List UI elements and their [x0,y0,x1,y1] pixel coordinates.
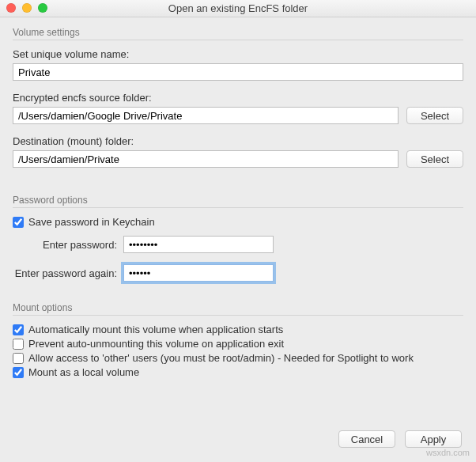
source-folder-input[interactable] [13,107,399,124]
enter-password-again-input[interactable] [123,264,274,282]
dialog-footer: Cancel Apply [338,430,462,448]
password-options-label: Password options [13,195,463,206]
prevent-unmount-checkbox[interactable] [13,339,24,350]
local-volume-label: Mount as a local volume [28,366,139,378]
local-volume-checkbox[interactable] [13,367,24,378]
minimize-icon[interactable] [22,3,32,13]
volume-name-input[interactable] [13,63,463,81]
dest-select-button[interactable]: Select [406,150,463,168]
enter-password-again-label: Enter password again: [13,267,123,279]
titlebar: Open an existing EncFS folder [0,0,476,17]
auto-mount-checkbox[interactable] [13,324,24,335]
save-keychain-label: Save password in Keychain [28,216,155,228]
window-traffic-lights [6,3,47,13]
prevent-unmount-label: Prevent auto-unmounting this volume on a… [28,338,284,350]
dest-folder-label: Destination (mount) folder: [13,135,463,147]
dest-folder-input[interactable] [13,150,399,168]
close-icon[interactable] [6,3,16,13]
apply-button[interactable]: Apply [405,430,462,448]
auto-mount-label: Automatically mount this volume when app… [28,324,283,335]
allow-other-checkbox[interactable] [13,353,24,364]
dialog-content: Volume settings Set unique volume name: … [0,17,476,378]
source-folder-label: Encrypted encfs source folder: [13,92,463,104]
window-title: Open an existing EncFS folder [0,2,476,14]
enter-password-label: Enter password: [13,239,123,251]
mount-options-label: Mount options [13,302,463,313]
allow-other-label: Allow access to 'other' users (you must … [28,352,414,364]
source-select-button[interactable]: Select [406,107,463,124]
zoom-icon[interactable] [38,3,47,13]
cancel-button[interactable]: Cancel [338,430,395,448]
save-keychain-checkbox[interactable] [13,217,24,228]
volume-settings-label: Volume settings [13,27,463,38]
separator [13,207,463,208]
separator [13,40,463,40]
volume-name-label: Set unique volume name: [13,48,463,60]
enter-password-input[interactable] [123,236,274,253]
separator [13,315,463,316]
watermark: wsxdn.com [426,448,470,457]
